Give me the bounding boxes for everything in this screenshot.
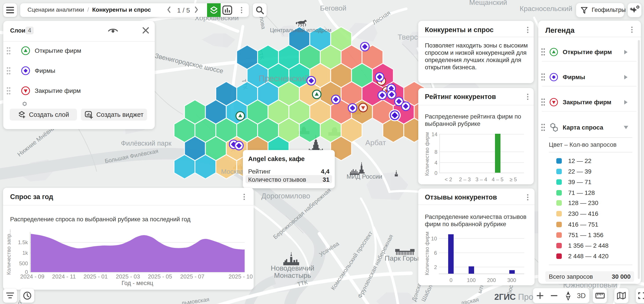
svg-text:Беговой: Беговой [320, 4, 346, 12]
svg-text:2025 - 03: 2025 - 03 [116, 273, 140, 280]
svg-text:Филёвский парк: Филёвский парк [121, 139, 172, 147]
svg-text:1k: 1k [22, 250, 28, 256]
svg-text:Арбат: Арбат [365, 138, 386, 147]
svg-text:1.5k: 1.5k [18, 239, 28, 245]
svg-text:2024 - 09: 2024 - 09 [20, 273, 44, 280]
svg-text:Дорогомилово: Дорогомилово [261, 192, 310, 200]
svg-text:Москва: Москва [221, 168, 244, 175]
svg-text:Мещанский: Мещанский [469, 0, 507, 6]
svg-text:500: 500 [19, 260, 28, 266]
svg-text:Центральный ипподром: Центральный ипподром [270, 27, 332, 33]
svg-text:2025 - 07: 2025 - 07 [180, 273, 204, 280]
svg-text:Год - месяц: Год - месяц [122, 280, 153, 286]
svg-text:2024 - 11: 2024 - 11 [52, 273, 76, 280]
svg-text:2025 - 10: 2025 - 10 [228, 273, 253, 280]
svg-text:Количество запр...: Количество запр... [6, 229, 12, 275]
svg-text:Новодевичий: Новодевичий [271, 264, 314, 272]
svg-text:Пресненский: Пресненский [259, 74, 309, 83]
svg-text:Монастырь: Монастырь [274, 271, 311, 279]
svg-text:2025 - 01: 2025 - 01 [84, 273, 108, 280]
svg-text:2025 - 05: 2025 - 05 [148, 273, 172, 280]
svg-text:Красносельский: Красносельский [520, 5, 572, 13]
